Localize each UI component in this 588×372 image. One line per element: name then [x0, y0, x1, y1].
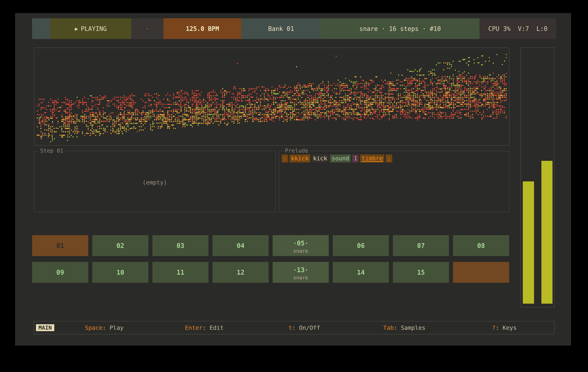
- step-button-label: 07: [393, 235, 449, 256]
- step-button-15[interactable]: 15: [393, 262, 449, 283]
- step-button-11[interactable]: 11: [152, 262, 209, 283]
- step-button-04[interactable]: 04: [212, 235, 269, 256]
- mode-badge: MAIN: [36, 324, 54, 331]
- shortcut-key: t: [288, 324, 292, 331]
- shortcut-edit[interactable]: Enter: Edit: [154, 324, 254, 331]
- shortcut-action: : Edit: [202, 324, 224, 331]
- step-panel-title: Step 01: [38, 147, 65, 154]
- shortcut-key: Tab: [383, 324, 394, 331]
- step-empty-label: (empty): [34, 179, 275, 186]
- step-button-label: 06: [333, 235, 389, 256]
- shortcut-action: : Samples: [394, 324, 425, 331]
- prelude-token-sound[interactable]: sound: [330, 154, 351, 162]
- shortcut-action: : Play: [102, 324, 124, 331]
- step-button-14[interactable]: 14: [333, 262, 389, 283]
- step-button-label: 01: [32, 235, 88, 256]
- step-button-sublabel: snare: [273, 248, 329, 254]
- step-button-label: 04: [212, 235, 269, 256]
- step-button-09[interactable]: 09: [32, 262, 88, 283]
- step-button-08[interactable]: 08: [453, 235, 509, 256]
- step-panel: Step 01 (empty): [34, 151, 275, 212]
- step-button-label: 15: [393, 262, 449, 283]
- prelude-code: :kkickkicksound1timbre;: [282, 154, 392, 162]
- step-button-16[interactable]: [453, 262, 509, 283]
- shortcut-key: Enter: [185, 324, 202, 331]
- step-button-label: 02: [92, 235, 148, 256]
- shortcut-action: : Keys: [496, 324, 517, 331]
- prelude-token-timbre[interactable]: timbre: [360, 154, 384, 162]
- step-button-10[interactable]: 10: [92, 262, 148, 283]
- step-button-label: [453, 262, 509, 283]
- step-button-label: 09: [32, 262, 88, 283]
- step-button-label: 03: [152, 235, 209, 256]
- step-button-07[interactable]: 07: [393, 235, 449, 256]
- prelude-panel-title: Prelude: [283, 147, 310, 154]
- step-button-02[interactable]: 02: [92, 235, 148, 256]
- step-button-label: 10: [92, 262, 148, 283]
- prelude-token-kick[interactable]: kick: [312, 154, 329, 162]
- meter-right-bar: [541, 161, 553, 304]
- step-button-13[interactable]: ·13·snare: [273, 262, 329, 283]
- play-icon: ▶: [75, 26, 78, 32]
- transport-label: PLAYING: [81, 25, 107, 32]
- step-button-label: 14: [333, 262, 389, 283]
- shortcut-key: Space: [85, 324, 102, 331]
- step-button-sublabel: snare: [273, 275, 329, 281]
- step-button-label: 08: [453, 235, 509, 256]
- shortcut-samples[interactable]: Tab: Samples: [354, 324, 454, 331]
- bpm-display[interactable]: 125.0 BPM: [163, 18, 242, 39]
- pattern-visualizer: [34, 48, 509, 146]
- status-bar: MAIN Space: PlayEnter: Editt: On/OffTab:…: [33, 321, 555, 334]
- transport-status[interactable]: ▶ PLAYING: [51, 18, 131, 39]
- visualizer-canvas: [37, 50, 507, 143]
- shortcut-action: : On/Off: [292, 324, 320, 331]
- prelude-token-1[interactable]: 1: [352, 154, 359, 162]
- app-window: ▶ PLAYING · 125.0 BPM Bank 01 snare · 16…: [15, 13, 571, 346]
- step-button-06[interactable]: 06: [333, 235, 389, 256]
- shortcut-onoff[interactable]: t: On/Off: [254, 324, 354, 331]
- screen: ▶ PLAYING · 125.0 BPM Bank 01 snare · 16…: [0, 0, 588, 372]
- shortcut-key: ?: [492, 324, 496, 331]
- topbar: ▶ PLAYING · 125.0 BPM Bank 01 snare · 16…: [32, 18, 556, 39]
- step-button-label: 11: [152, 262, 209, 283]
- prelude-token-kkick[interactable]: kkick: [290, 154, 310, 162]
- step-button-label: 12: [212, 262, 269, 283]
- meter-left-bar: [523, 181, 534, 304]
- step-grid: 01020304·05·snare06070809101112·13·snare…: [32, 235, 509, 283]
- step-button-05[interactable]: ·05·snare: [273, 235, 329, 256]
- prelude-panel: Prelude :kkickkicksound1timbre;: [279, 151, 509, 212]
- topbar-separator: ·: [131, 18, 163, 39]
- bank-display[interactable]: Bank 01: [242, 18, 321, 39]
- level-meters: [521, 47, 554, 308]
- system-stats: CPU 3% V:7 L:0: [479, 18, 556, 39]
- pattern-info[interactable]: snare · 16 steps · #10: [321, 18, 479, 39]
- shortcut-play[interactable]: Space: Play: [54, 324, 154, 331]
- step-button-01[interactable]: 01: [32, 235, 88, 256]
- shortcut-hints: Space: PlayEnter: Editt: On/OffTab: Samp…: [54, 324, 554, 331]
- prelude-token-punct6[interactable]: ;: [386, 154, 392, 162]
- topbar-accent-block: [32, 18, 51, 39]
- step-button-03[interactable]: 03: [152, 235, 209, 256]
- shortcut-keys[interactable]: ?: Keys: [454, 324, 554, 331]
- step-button-12[interactable]: 12: [212, 262, 269, 283]
- prelude-token-punct0[interactable]: :: [282, 154, 288, 162]
